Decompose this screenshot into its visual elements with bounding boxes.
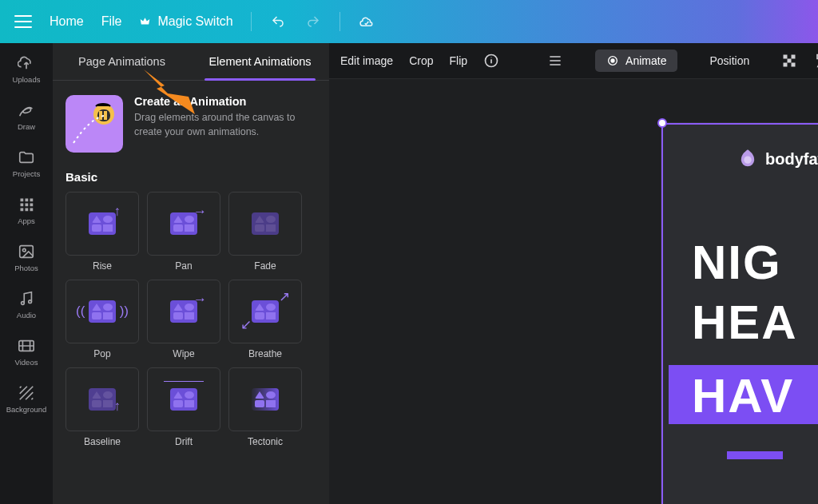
music-icon — [18, 290, 35, 308]
nav-apps[interactable]: Apps — [0, 192, 53, 228]
position-button[interactable]: Position — [709, 54, 749, 67]
nav-photos[interactable]: Photos — [0, 240, 53, 276]
info-icon[interactable] — [483, 53, 499, 69]
svg-rect-22 — [792, 55, 796, 59]
transparency-icon[interactable] — [781, 53, 797, 69]
anim-label: Fade — [254, 260, 276, 272]
image-icon — [18, 243, 35, 260]
anim-label: Tectonic — [248, 436, 283, 447]
menu-icon[interactable] — [14, 15, 32, 28]
copy-style-icon[interactable] — [813, 53, 818, 69]
anim-fade[interactable] — [228, 192, 302, 256]
magic-switch-button[interactable]: Magic Switch — [139, 14, 232, 29]
svg-rect-17 — [104, 111, 107, 120]
svg-rect-21 — [784, 55, 788, 59]
tab-element-animations[interactable]: Element Animations — [191, 43, 329, 80]
create-animation-subtitle: Drag elements around the canvas to creat… — [134, 111, 316, 139]
anim-pop[interactable]: (()) — [66, 280, 139, 343]
svg-rect-4 — [26, 204, 29, 207]
brand-icon — [737, 148, 759, 170]
headline-line-3: HAV — [692, 365, 794, 423]
anim-label: Pop — [93, 348, 110, 359]
anim-tectonic[interactable] — [228, 367, 302, 431]
svg-point-10 — [22, 248, 26, 252]
svg-rect-25 — [792, 63, 796, 67]
anim-label: Wipe — [173, 348, 194, 359]
animation-grid: ↑Rise →Pan Fade (())Pop →Wipe ↙↗Breathe … — [66, 192, 316, 447]
create-animation-card[interactable]: Create an Animation Drag elements around… — [66, 95, 316, 153]
nav-label: Draw — [18, 122, 35, 131]
edit-image-button[interactable]: Edit image — [340, 54, 393, 67]
create-animation-title: Create an Animation — [134, 95, 316, 108]
anim-breathe[interactable]: ↙↗ — [228, 280, 302, 343]
video-icon — [18, 337, 35, 355]
svg-rect-9 — [20, 246, 34, 258]
nav-background[interactable]: Background — [0, 381, 53, 417]
nav-label: Audio — [17, 311, 36, 319]
svg-point-20 — [611, 59, 614, 62]
svg-rect-3 — [21, 204, 24, 207]
nav-uploads[interactable]: Uploads — [0, 51, 53, 87]
anim-label: Baseline — [84, 436, 121, 447]
panel-tabs: Page Animations Element Animations — [53, 43, 329, 81]
context-toolbar: Edit image Crop Flip Animate Position — [329, 43, 818, 79]
anim-label: Breathe — [248, 348, 282, 359]
selection-handle[interactable] — [657, 118, 667, 128]
canvas-area[interactable]: bodyfatcutter. NIG HEA HAV — [329, 79, 818, 504]
nav-label: Apps — [18, 216, 35, 225]
nav-label: Videos — [15, 358, 38, 367]
selection-border — [661, 123, 663, 504]
selection-border — [662, 123, 818, 125]
svg-rect-23 — [788, 59, 792, 63]
section-basic: Basic — [66, 170, 316, 184]
brand-text: bodyfatcutter. — [765, 150, 818, 169]
nav-videos[interactable]: Videos — [0, 334, 53, 370]
svg-rect-6 — [21, 208, 24, 212]
cloud-sync-icon[interactable] — [358, 14, 375, 29]
left-nav: Uploads Draw Projects Apps Photos Audio … — [0, 43, 53, 504]
file-menu[interactable]: File — [101, 14, 122, 29]
animation-thumbnail — [66, 95, 123, 153]
svg-rect-1 — [26, 199, 29, 202]
accent-bar — [727, 451, 783, 459]
flip-button[interactable]: Flip — [450, 54, 468, 67]
animate-label: Animate — [625, 54, 666, 67]
svg-point-11 — [22, 302, 25, 305]
top-bar: Home File Magic Switch — [0, 0, 818, 43]
nav-label: Background — [6, 405, 47, 414]
folder-icon — [18, 149, 35, 166]
crop-button[interactable]: Crop — [409, 54, 433, 67]
anim-pan[interactable]: → — [147, 192, 220, 256]
undo-button[interactable] — [269, 14, 287, 29]
svg-point-12 — [29, 300, 32, 304]
upload-icon — [18, 54, 35, 72]
divider — [340, 12, 340, 31]
animate-icon — [606, 54, 619, 67]
nav-label: Photos — [14, 264, 38, 272]
divider — [251, 12, 252, 31]
apps-icon — [18, 196, 35, 213]
list-icon[interactable] — [547, 53, 563, 69]
headline-line-2: HEA — [692, 295, 798, 350]
anim-wipe[interactable]: → — [147, 280, 220, 343]
magic-switch-label: Magic Switch — [157, 14, 232, 29]
animation-panel: Page Animations Element Animations Creat… — [53, 43, 329, 504]
redo-button[interactable] — [304, 14, 322, 29]
nav-projects[interactable]: Projects — [0, 145, 53, 181]
anim-label: Drift — [175, 436, 193, 447]
nav-audio[interactable]: Audio — [0, 287, 53, 323]
animate-button[interactable]: Animate — [595, 50, 677, 72]
anim-baseline[interactable]: ↑ — [66, 367, 139, 431]
nav-draw[interactable]: Draw — [0, 98, 53, 134]
brand-logo: bodyfatcutter. — [737, 148, 818, 170]
tab-page-animations[interactable]: Page Animations — [53, 43, 191, 80]
anim-drift[interactable] — [147, 367, 220, 431]
svg-rect-16 — [99, 111, 102, 120]
svg-rect-5 — [30, 204, 34, 207]
nav-label: Projects — [13, 169, 40, 178]
svg-point-27 — [744, 157, 751, 164]
home-link[interactable]: Home — [50, 14, 84, 29]
anim-label: Rise — [93, 260, 112, 272]
svg-rect-24 — [784, 63, 788, 67]
anim-rise[interactable]: ↑ — [66, 192, 139, 256]
